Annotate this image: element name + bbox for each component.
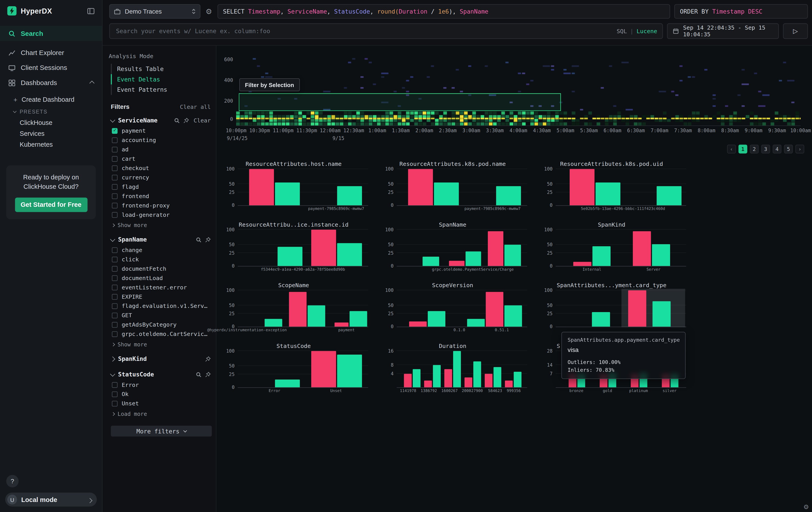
presets-toggle[interactable]: PRESETS bbox=[0, 106, 102, 117]
mini-chart: ResourceAttributes.host.name10050250paym… bbox=[219, 161, 368, 212]
sidebar-item-clickhouse[interactable]: ClickHouse bbox=[0, 117, 102, 128]
create-dashboard-button[interactable]: + Create Dashboard bbox=[0, 93, 102, 106]
filter-checkbox-get[interactable]: GET bbox=[108, 311, 212, 320]
help-button[interactable]: ? bbox=[6, 475, 19, 487]
chart-plot[interactable] bbox=[238, 230, 368, 266]
filter-checkbox-flagd[interactable]: flagd bbox=[108, 182, 212, 191]
filter-checkbox-eventlistener-error[interactable]: eventListener.error bbox=[108, 282, 212, 292]
events-heatmap[interactable]: 6004002000 Filter by Selection bbox=[236, 55, 801, 126]
filter-checkbox-frontend[interactable]: frontend bbox=[108, 191, 212, 200]
sql-toggle[interactable]: SQL bbox=[616, 28, 627, 34]
filter-checkbox-frontend-proxy[interactable]: frontend-proxy bbox=[108, 200, 212, 210]
sidebar-item-kubernetes[interactable]: Kubernetes bbox=[0, 139, 102, 150]
pin-icon[interactable] bbox=[205, 237, 211, 242]
page-button-5[interactable]: 5 bbox=[784, 145, 793, 154]
chart-plot[interactable] bbox=[238, 169, 368, 206]
filter-checkbox-error[interactable]: Error bbox=[108, 380, 212, 389]
pin-icon[interactable] bbox=[183, 117, 189, 123]
more-filters-button[interactable]: More filters bbox=[111, 426, 212, 436]
chart-title: SpanAttributes...yment.card_type bbox=[537, 282, 686, 289]
filter-by-selection-button[interactable]: Filter by Selection bbox=[239, 78, 300, 91]
mode-event-deltas[interactable]: Event Deltas bbox=[111, 74, 212, 85]
date-range-picker[interactable]: Sep 14 22:04:35 - Sep 15 10:04:35 bbox=[667, 23, 779, 39]
run-query-button[interactable]: ▷ bbox=[783, 23, 808, 39]
query-token: round( bbox=[377, 8, 399, 15]
filter-checkbox-getadsbycategory[interactable]: getAdsByCategory bbox=[108, 320, 212, 329]
sidebar-item-chart-explorer[interactable]: Chart Explorer bbox=[0, 45, 102, 60]
filter-label: change bbox=[122, 246, 142, 253]
filter-group-header-servicename[interactable]: ServiceNameClear bbox=[108, 115, 212, 126]
mode-results-table[interactable]: Results Table bbox=[111, 64, 212, 74]
x-tick-label: gold bbox=[603, 388, 612, 393]
filter-group-header-statuscode[interactable]: StatusCode bbox=[108, 369, 212, 380]
filter-checkbox-documentload[interactable]: documentLoad bbox=[108, 273, 212, 282]
search-input[interactable] bbox=[115, 27, 616, 35]
filter-checkbox-flagd-evaluation-v1-serv-[interactable]: flagd.evaluation.v1.Serv… bbox=[108, 301, 212, 311]
get-started-button[interactable]: Get Started for Free bbox=[15, 198, 87, 212]
filter-checkbox-click[interactable]: click bbox=[108, 255, 212, 264]
chart-plot[interactable] bbox=[556, 230, 686, 266]
clear-all-button[interactable]: Clear all bbox=[180, 104, 211, 110]
pin-icon[interactable] bbox=[205, 356, 211, 362]
page-prev-button[interactable]: ‹ bbox=[727, 145, 736, 154]
filter-checkbox-documentfetch[interactable]: documentFetch bbox=[108, 264, 212, 273]
chart-plot[interactable] bbox=[397, 169, 527, 206]
local-mode-button[interactable]: U Local mode bbox=[5, 493, 97, 507]
heatmap-selection-box[interactable] bbox=[239, 93, 561, 111]
filter-checkbox-currency[interactable]: currency bbox=[108, 173, 212, 182]
filter-label: click bbox=[122, 256, 139, 263]
chart-title: ResourceAttributes.k8s.pod.uid bbox=[537, 161, 686, 168]
filter-checkbox-checkout[interactable]: checkout bbox=[108, 163, 212, 173]
chart-plot[interactable] bbox=[556, 169, 686, 206]
filter-group-header-spankind[interactable]: SpanKind bbox=[108, 353, 212, 365]
pin-icon[interactable] bbox=[205, 372, 211, 377]
inlier-bar bbox=[504, 305, 522, 327]
page-button-4[interactable]: 4 bbox=[773, 145, 782, 154]
show-more-button[interactable]: Show more bbox=[108, 220, 212, 230]
sidebar-item-search[interactable]: Search bbox=[0, 26, 102, 41]
filter-checkbox-ok[interactable]: Ok bbox=[108, 389, 212, 399]
heatmap-canvas[interactable] bbox=[236, 55, 801, 126]
order-by-input[interactable]: ORDER BY Timestamp DESC bbox=[674, 4, 808, 19]
filter-checkbox-expire[interactable]: EXPIRE bbox=[108, 292, 212, 301]
chart-plot[interactable] bbox=[397, 290, 527, 327]
filter-checkbox-cart[interactable]: cart bbox=[108, 154, 212, 163]
filter-checkbox-payment[interactable]: payment bbox=[108, 126, 212, 135]
search-icon[interactable] bbox=[196, 372, 201, 377]
page-button-3[interactable]: 3 bbox=[761, 145, 770, 154]
chart-plot[interactable] bbox=[238, 351, 368, 388]
page-button-1[interactable]: 1 bbox=[738, 145, 747, 154]
filter-checkbox-ad[interactable]: ad bbox=[108, 145, 212, 154]
show-more-button[interactable]: Show more bbox=[108, 340, 212, 349]
chart-plot[interactable] bbox=[397, 351, 527, 388]
clear-filter-button[interactable]: Clear bbox=[194, 117, 211, 124]
page-next-button[interactable]: › bbox=[795, 145, 804, 154]
source-select[interactable]: Demo Traces bbox=[109, 4, 200, 19]
filter-checkbox-accounting[interactable]: accounting bbox=[108, 135, 212, 145]
sidebar-collapse-button[interactable] bbox=[87, 7, 95, 15]
y-tick-label: 14 bbox=[537, 362, 553, 367]
filter-group-header-spanname[interactable]: SpanName bbox=[108, 234, 212, 245]
y-tick-label: 25 bbox=[219, 250, 235, 255]
sidebar-item-client-sessions[interactable]: Client Sessions bbox=[0, 60, 102, 75]
search-icon[interactable] bbox=[196, 237, 201, 242]
search-icon[interactable] bbox=[174, 117, 180, 123]
filter-checkbox-grpc-oteldemo-cartservic-[interactable]: grpc.oteldemo.CartServic… bbox=[108, 329, 212, 339]
page-button-2[interactable]: 2 bbox=[750, 145, 759, 154]
lucene-toggle[interactable]: Lucene bbox=[637, 28, 657, 34]
source-settings-gear-icon[interactable]: ⚙ bbox=[205, 7, 213, 16]
load-more-button[interactable]: Load more bbox=[108, 409, 212, 419]
corner-gear-icon[interactable]: ⚙ bbox=[803, 504, 809, 511]
sidebar-item-dashboards[interactable]: Dashboards bbox=[0, 75, 102, 90]
filter-checkbox-change[interactable]: change bbox=[108, 245, 212, 255]
chart-plot[interactable] bbox=[397, 230, 527, 266]
filter-checkbox-load-generator[interactable]: load-generator bbox=[108, 210, 212, 219]
chart-plot[interactable] bbox=[556, 290, 686, 327]
y-tick-label: 7 bbox=[537, 371, 553, 376]
sql-select-input[interactable]: SELECT Timestamp, ServiceName, StatusCod… bbox=[217, 4, 670, 19]
analysis-modes: Results Table Event Deltas Event Pattern… bbox=[108, 64, 212, 95]
mode-event-patterns[interactable]: Event Patterns bbox=[111, 85, 212, 95]
sidebar-item-services[interactable]: Services bbox=[0, 128, 102, 139]
filter-checkbox-unset[interactable]: Unset bbox=[108, 399, 212, 408]
chart-plot[interactable] bbox=[238, 290, 368, 327]
